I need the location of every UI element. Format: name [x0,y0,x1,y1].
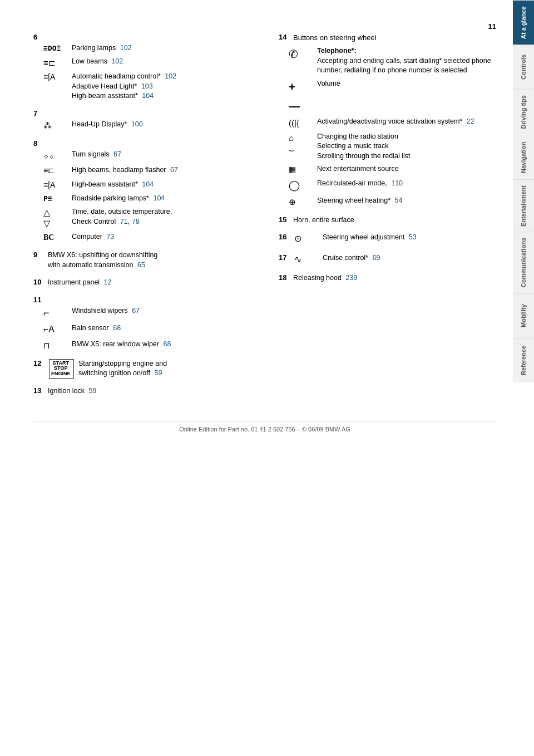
headup-icon: ⁂ [43,120,68,131]
rear-window-wiper-ref[interactable]: 68 [163,340,171,348]
check-control-ref2[interactable]: 78 [132,218,140,225]
item-roadside-parking: P≡ Roadside parking lamps* 104 [43,194,251,204]
item-voice-activation: ((|{ Activating/deactivating voice activ… [289,117,496,129]
releasing-hood-ref[interactable]: 239 [345,274,357,282]
section-18: 18 Releasing hood 239 [279,273,496,283]
sidebar-tab-communications[interactable]: Communications [513,232,534,293]
section-15: 15 Horn, entire surface [279,215,496,225]
low-beams-ref[interactable]: 102 [111,57,123,65]
item-steering-wheel-heating: ⊕ Steering wheel heating* 54 [289,196,496,208]
section-14-number: 14 [279,33,290,41]
sidebar-tab-at-a-glance[interactable]: At a glance [513,0,534,45]
two-column-layout: 6 ≡DOΞ Parking lamps 102 ≡⊏ Low beams 10… [33,33,496,404]
adaptive-head-ref[interactable]: 103 [141,82,153,90]
sidebar-tab-navigation[interactable]: Navigation [513,135,534,179]
section-6-number: 6 [33,33,44,41]
section-12-number: 12 [33,359,44,367]
item-turn-signals: ⬦⬦ Turn signals 67 [43,150,251,162]
section-7-number: 7 [33,109,44,117]
steering-adjustment-text: Steering wheel adjustment 53 [323,233,496,243]
sidebar-tab-controls[interactable]: Controls [513,45,534,89]
volume-up-icon: + [289,79,314,95]
radio-station-text: Changing the radio station Selecting a m… [317,132,496,161]
headup-text: Head-Up Display* 100 [72,120,251,130]
section-9-ref[interactable]: 65 [137,261,145,269]
sidebar-tab-mobility[interactable]: Mobility [513,293,534,338]
section-12: 12 STARTSTOPENGINE Starting/stopping eng… [33,359,251,379]
high-beam-asst-ref2[interactable]: 104 [142,180,154,188]
section-13: 13 Ignition lock 59 [33,386,251,396]
item-high-beam-asst: ≡[A High-beam assistant* 104 [43,180,251,191]
parking-lamps-icon: ≡DOΞ [43,43,68,53]
cruise-control-text: Cruise control* 69 [323,253,496,263]
turn-signals-text: Turn signals 67 [72,150,251,160]
section-13-text: Ignition lock 59 [48,386,251,396]
item-parking-lamps: ≡DOΞ Parking lamps 102 [43,43,251,53]
rear-window-wiper-icon: ⊓ [43,340,68,351]
start-stop-ref[interactable]: 59 [155,369,162,377]
item-computer: BC Computer 73 [43,232,251,243]
auto-headlamp-ref[interactable]: 102 [165,72,176,80]
main-content: 11 6 ≡DOΞ Parking lamps 102 ≡⊏ Low beams… [0,0,513,756]
section-8: 8 ⬦⬦ Turn signals 67 ≡⊏ High beams, head… [33,139,251,243]
entertainment-source-icon: ▦ [289,164,314,175]
headup-ref[interactable]: 100 [131,120,143,128]
voice-activation-icon: ((|{ [289,117,314,129]
turn-signals-ref[interactable]: 67 [113,150,121,158]
auto-headlamp-text: Automatic headlamp control* 102 Adaptive… [72,72,251,101]
high-beam-asst-icon: ≡[A [43,180,68,191]
item-telephone: ✆ Telephone*: Accepting and ending calls… [289,46,496,76]
section-15-text: Horn, entire surface [293,215,496,225]
item-recirculated-air: ◯ Recirculated-air mode, 110 [289,179,496,193]
high-beam-asst-ref1[interactable]: 104 [142,92,154,100]
item-entertainment-source: ▦ Next entertainment source [289,164,496,175]
roadside-parking-ref[interactable]: 104 [153,194,165,202]
section-11-number: 11 [33,296,44,304]
entertainment-source-text: Next entertainment source [317,164,496,174]
section-10: 10 Instrument panel 12 [33,278,251,288]
voice-activation-text: Activating/deactivating voice activation… [317,117,496,127]
telephone-text: Telephone*: Accepting and ending calls, … [317,46,496,76]
high-beam-asst-text: High-beam assistant* 104 [72,180,251,190]
page-number: 11 [33,22,496,31]
sidebar-tab-reference[interactable]: Reference [513,338,534,382]
parking-lamps-text: Parking lamps 102 [72,43,251,53]
section-14: 14 Buttons on steering wheel ✆ Telephone… [279,33,496,208]
page-num-value: 11 [488,22,496,31]
check-control-ref1[interactable]: 71 [120,218,128,225]
sidebar-tab-driving-tips[interactable]: Driving tips [513,89,534,135]
check-control-text: Time, date, outside temperature, Check C… [72,207,251,227]
sidebar-tab-entertainment[interactable]: Entertainment [513,179,534,232]
steering-wheel-heating-ref[interactable]: 54 [395,197,403,204]
left-column: 6 ≡DOΞ Parking lamps 102 ≡⊏ Low beams 10… [33,33,262,404]
item-low-beams: ≡⊏ Low beams 102 [43,57,251,68]
windshield-wipers-ref[interactable]: 67 [132,307,140,315]
item-volume-down: — [289,98,496,114]
section-10-ref[interactable]: 12 [104,278,112,286]
parking-lamps-ref[interactable]: 102 [120,44,132,52]
item-headup-display: ⁂ Head-Up Display* 100 [43,120,251,131]
section-10-text: Instrument panel 12 [48,278,251,288]
section-9-number: 9 [33,251,44,259]
windshield-wipers-icon: ⌐ [43,306,68,320]
section-13-ref[interactable]: 59 [88,387,96,395]
cruise-control-icon: ∿ [294,253,319,266]
item-start-stop: 12 STARTSTOPENGINE Starting/stopping eng… [33,359,251,379]
volume-down-icon: — [289,98,314,114]
page-footer: Online Edition for Part no. 01 41 2 602 … [33,421,496,433]
voice-activation-ref[interactable]: 22 [467,117,474,125]
section-17: 17 ∿ Cruise control* 69 [279,253,496,266]
cruise-control-ref[interactable]: 69 [372,254,380,262]
start-stop-icon: STARTSTOPENGINE [49,359,74,379]
section-9-text: BMW X6: upshifting or downshiftingwith a… [48,251,251,270]
rain-sensor-ref[interactable]: 68 [113,324,121,332]
item-steering-adjustment: 16 ⊙ Steering wheel adjustment 53 [279,233,496,245]
sidebar: At a glance Controls Driving tips Naviga… [513,0,534,756]
low-beams-icon: ≡⊏ [43,57,68,68]
section-17-number: 17 [279,253,290,262]
rear-window-wiper-text: BMW X5: rear window wiper 68 [72,340,251,350]
recirculated-air-ref[interactable]: 110 [391,179,403,187]
steering-adjustment-ref[interactable]: 53 [409,233,417,241]
computer-ref[interactable]: 73 [106,233,114,240]
high-beams-flasher-ref[interactable]: 67 [170,166,178,174]
